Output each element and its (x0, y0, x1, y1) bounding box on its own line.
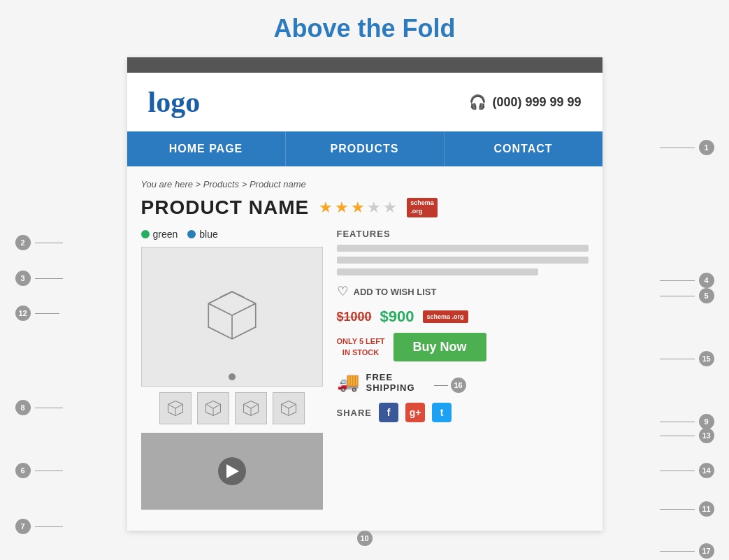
svg-line-9 (205, 404, 213, 408)
svg-line-14 (251, 404, 259, 408)
annotation-1: 1 (699, 140, 714, 155)
new-price: $900 (380, 308, 414, 326)
annotation-10: 10 (357, 531, 373, 546)
buy-row: ONLY 5 LEFT IN STOCK Buy Now (337, 333, 589, 361)
heart-icon: ♡ (337, 284, 348, 299)
feature-line-3 (337, 268, 538, 275)
product-right: FEATURES ♡ ADD TO WISH LIST $1000 $900 (337, 229, 589, 422)
annotation-3: 3 (15, 271, 31, 286)
shipping-row: 🚚 FREESHIPPING (337, 371, 589, 393)
annotation-8: 8 (15, 400, 31, 415)
site-header-bar (127, 57, 602, 73)
price-row: $1000 $900 schema .org (337, 308, 589, 326)
video-area[interactable] (141, 433, 323, 510)
page-title: Above the Fold (0, 14, 729, 43)
green-label: green (153, 229, 178, 240)
product-name: PRODUCT NAME (141, 196, 310, 219)
wish-list-label: ADD TO WISH LIST (354, 287, 437, 297)
thumbnail-row (141, 392, 323, 424)
facebook-icon[interactable]: f (379, 403, 398, 422)
svg-line-1 (208, 303, 232, 315)
svg-line-17 (281, 404, 289, 408)
svg-line-13 (243, 404, 251, 408)
product-left: green blue (141, 229, 323, 510)
star-4: ★ (367, 199, 381, 217)
features-label: FEATURES (337, 229, 589, 239)
nav-contact[interactable]: CONTACT (445, 131, 602, 166)
svg-line-6 (175, 404, 183, 408)
nav-products[interactable]: PRODUCTS (286, 131, 445, 166)
share-row: SHARE f g+ t (337, 403, 589, 422)
color-swatches: green blue (141, 229, 323, 240)
google-plus-icon[interactable]: g+ (405, 403, 425, 422)
old-price: $1000 (337, 310, 372, 324)
main-website-mockup: logo 🎧 (000) 999 99 99 HOME PAGE PRODUCT… (127, 57, 602, 531)
share-label: SHARE (337, 408, 373, 418)
swatch-blue[interactable]: blue (187, 229, 217, 240)
product-box-icon (201, 284, 264, 350)
annotation-15: 15 (699, 351, 714, 366)
schema-price-badge: schema .org (423, 310, 468, 324)
blue-dot (187, 230, 196, 238)
star-3: ★ (351, 199, 365, 217)
logo-row: logo 🎧 (000) 999 99 99 (127, 73, 602, 131)
annotation-4: 4 (699, 273, 714, 288)
shipping-text: FREESHIPPING (366, 372, 415, 393)
annotation-17: 17 (699, 543, 714, 559)
logo: logo (148, 85, 201, 119)
breadcrumb: You are here > Products > Product name (141, 173, 589, 196)
navigation-bar: HOME PAGE PRODUCTS CONTACT (127, 131, 602, 166)
blue-label: blue (199, 229, 217, 240)
annotation-13: 13 (699, 428, 714, 443)
svg-line-10 (213, 404, 221, 408)
feature-line-2 (337, 257, 589, 264)
schema-badge: schema .org (407, 198, 438, 217)
svg-line-2 (232, 303, 256, 315)
annotation-11: 11 (699, 501, 714, 517)
thumbnail-3[interactable] (235, 392, 267, 424)
star-1: ★ (319, 199, 333, 217)
buy-now-button[interactable]: Buy Now (394, 333, 486, 361)
thumbnail-2[interactable] (197, 392, 229, 424)
product-name-row: PRODUCT NAME ★ ★ ★ ★ ★ schema .org (141, 196, 589, 219)
image-dot-indicator (229, 373, 236, 380)
thumbnail-1[interactable] (159, 392, 192, 424)
annotation-14: 14 (699, 463, 714, 478)
star-rating: ★ ★ ★ ★ ★ (319, 199, 397, 217)
star-2: ★ (335, 199, 349, 217)
thumbnail-4[interactable] (273, 392, 305, 424)
annotation-7: 7 (15, 519, 31, 534)
truck-icon: 🚚 (337, 371, 359, 393)
stock-text: ONLY 5 LEFT IN STOCK (337, 336, 385, 358)
star-5: ★ (383, 199, 397, 217)
feature-line-1 (337, 245, 589, 252)
svg-line-18 (289, 404, 296, 408)
product-image-box (141, 247, 323, 387)
product-body: green blue (141, 229, 589, 510)
phone-number: (000) 999 99 99 (492, 95, 581, 110)
annotation-12: 12 (15, 306, 31, 321)
swatch-green[interactable]: green (141, 229, 178, 240)
twitter-icon[interactable]: t (432, 403, 452, 422)
annotation-9: 9 (699, 414, 714, 429)
content-area: You are here > Products > Product name P… (127, 166, 602, 531)
play-button[interactable] (218, 457, 246, 485)
wish-list-row[interactable]: ♡ ADD TO WISH LIST (337, 284, 589, 299)
play-icon (226, 464, 239, 478)
annotation-5: 5 (699, 288, 714, 303)
green-dot (141, 230, 150, 238)
nav-home-page[interactable]: HOME PAGE (127, 131, 286, 166)
headset-icon: 🎧 (469, 94, 486, 110)
phone-area: 🎧 (000) 999 99 99 (469, 94, 581, 110)
annotation-6: 6 (15, 463, 31, 478)
annotation-2: 2 (15, 235, 31, 250)
svg-line-5 (168, 404, 175, 408)
